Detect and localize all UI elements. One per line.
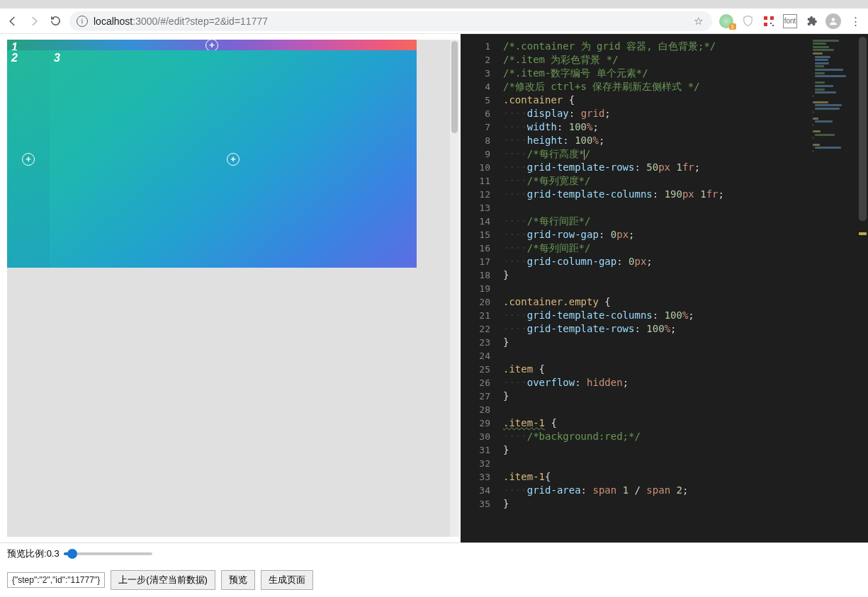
zoom-label: 预览比例:0.3: [7, 547, 60, 560]
profile-avatar-icon[interactable]: [825, 13, 841, 29]
extension-icon[interactable]: [719, 14, 733, 28]
svg-rect-0: [764, 16, 767, 20]
kebab-menu-icon[interactable]: ⋮: [848, 14, 862, 28]
minimap[interactable]: [813, 38, 855, 173]
workspace: 1 + 2 + 3 +: [0, 34, 868, 542]
nav-forward-icon[interactable]: [27, 14, 41, 28]
code-editor[interactable]: 1234567891011121314151617181920212223242…: [461, 34, 868, 542]
editor-scrollbar[interactable]: [857, 34, 868, 542]
preview-pane: 1 + 2 + 3 +: [0, 34, 461, 542]
prev-step-button[interactable]: 上一步(清空当前数据): [111, 570, 215, 590]
footer-bar: 预览比例:0.3 {"step":"2","id":"11777"} 上一步(清…: [0, 542, 868, 597]
browser-tabstrip: [0, 0, 868, 8]
bookmark-star-icon[interactable]: ☆: [691, 14, 705, 28]
svg-rect-1: [770, 16, 774, 20]
site-info-icon[interactable]: i: [77, 16, 88, 27]
add-icon[interactable]: +: [22, 153, 35, 166]
cell-number: 2: [11, 52, 18, 64]
extensions-puzzle-icon[interactable]: [804, 14, 818, 28]
code-content[interactable]: /*.container 为 grid 容器, 白色背景;*//*.item 为…: [497, 34, 811, 542]
line-number-gutter: 1234567891011121314151617181920212223242…: [461, 34, 497, 542]
svg-rect-2: [764, 23, 767, 26]
qr-icon[interactable]: [762, 14, 776, 28]
shield-icon[interactable]: [740, 14, 755, 28]
generate-page-button[interactable]: 生成页面: [261, 570, 313, 590]
grid-preview: 1 + 2 + 3 +: [7, 40, 417, 268]
app-root: 1 + 2 + 3 +: [0, 34, 868, 597]
font-extension-icon[interactable]: font: [783, 14, 797, 28]
preview-scrollbar[interactable]: [450, 40, 459, 537]
cell-number: 3: [54, 52, 60, 64]
nav-reload-icon[interactable]: [48, 14, 62, 28]
zoom-slider[interactable]: [64, 552, 152, 555]
grid-cell-3[interactable]: 3 +: [50, 50, 417, 268]
grid-cell-1[interactable]: 1 +: [7, 40, 417, 50]
preview-canvas-scroll[interactable]: 1 + 2 + 3 +: [7, 40, 459, 537]
nav-back-icon[interactable]: [6, 14, 20, 28]
browser-toolbar: i localhost:3000/#/edit?step=2&id=11777 …: [0, 8, 868, 34]
preview-button[interactable]: 预览: [221, 570, 255, 590]
url-text: localhost:3000/#/edit?step=2&id=11777: [94, 16, 268, 27]
svg-rect-4: [772, 25, 774, 26]
state-json-display: {"step":"2","id":"11777"}: [7, 572, 105, 588]
add-icon[interactable]: +: [227, 153, 239, 166]
svg-rect-3: [770, 23, 772, 24]
address-bar[interactable]: i localhost:3000/#/edit?step=2&id=11777 …: [69, 11, 712, 31]
grid-cell-2[interactable]: 2 +: [7, 50, 50, 268]
